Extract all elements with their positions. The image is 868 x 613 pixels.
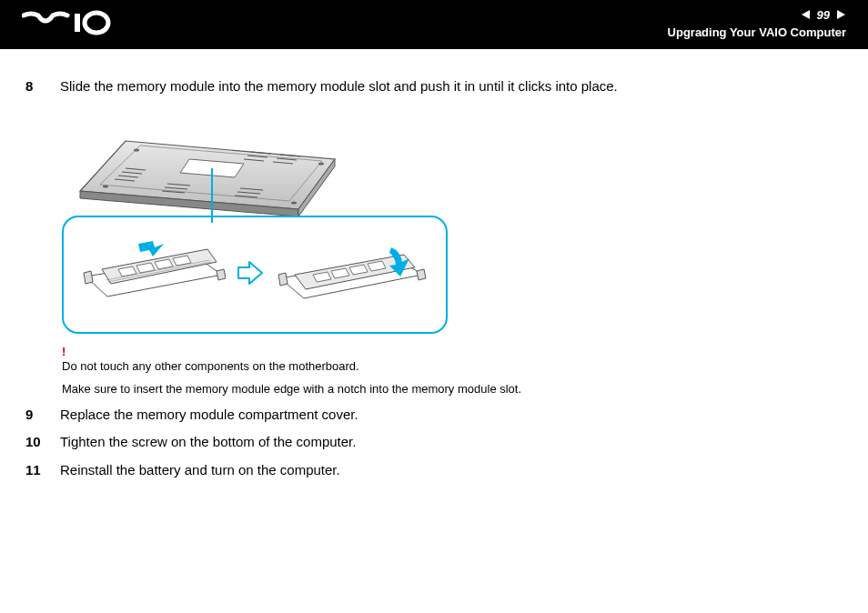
header-right: 99 Upgrading Your VAIO Computer <box>668 8 846 41</box>
svg-marker-2 <box>802 10 810 19</box>
warning-block: ! Do not touch any other components on t… <box>62 345 843 396</box>
step-9: 9 Replace the memory module compartment … <box>25 405 843 426</box>
vaio-logo <box>22 10 122 39</box>
svg-marker-41 <box>238 262 262 284</box>
nav-prev-icon[interactable] <box>801 9 812 23</box>
svg-marker-44 <box>417 269 426 280</box>
step-8-number: 8 <box>25 76 47 97</box>
page-number: 99 <box>817 8 830 24</box>
page-root: 99 Upgrading Your VAIO Computer 8 Slide … <box>0 0 868 613</box>
step-11-number: 11 <box>25 460 47 481</box>
svg-point-1 <box>85 13 108 33</box>
ram-push-illustration <box>275 231 429 317</box>
svg-marker-3 <box>837 10 845 19</box>
step-11-text: Reinstall the battery and turn on the co… <box>60 460 843 481</box>
header-section-title: Upgrading Your VAIO Computer <box>668 25 846 41</box>
nav-next-icon[interactable] <box>835 9 846 23</box>
svg-point-26 <box>291 201 297 204</box>
ram-slide-illustration <box>80 231 226 317</box>
svg-point-25 <box>103 185 108 187</box>
vaio-logo-svg <box>22 10 122 35</box>
svg-marker-32 <box>217 269 226 280</box>
laptop-bottom-illustration <box>62 105 344 223</box>
warning-line-1: Do not touch any other components on the… <box>62 359 843 373</box>
page-nav: 99 <box>668 8 846 24</box>
memory-slot-detail-box <box>62 216 448 334</box>
step-10: 10 Tighten the screw on the bottom of th… <box>25 432 843 453</box>
step-11: 11 Reinstall the battery and turn on the… <box>25 460 843 481</box>
content-area: 8 Slide the memory module into the memor… <box>0 49 868 480</box>
svg-rect-0 <box>75 14 80 32</box>
warning-mark-icon: ! <box>62 345 843 358</box>
warning-line-2: Make sure to insert the memory module ed… <box>62 382 843 396</box>
svg-marker-31 <box>84 271 93 284</box>
step-9-text: Replace the memory module compartment co… <box>60 405 843 426</box>
header-bar: 99 Upgrading Your VAIO Computer <box>0 0 868 49</box>
slide-arrow-icon <box>138 241 164 256</box>
svg-marker-40 <box>138 241 164 256</box>
step-10-text: Tighten the screw on the bottom of the c… <box>60 432 843 453</box>
sequence-arrow-icon <box>237 259 264 289</box>
step-8-text: Slide the memory module into the memory … <box>60 76 843 97</box>
step-10-number: 10 <box>25 432 47 453</box>
step-9-number: 9 <box>25 405 47 426</box>
svg-marker-43 <box>278 273 288 286</box>
svg-point-28 <box>134 148 139 151</box>
step-8: 8 Slide the memory module into the memor… <box>25 76 843 97</box>
svg-point-27 <box>318 162 324 165</box>
figure-block <box>62 105 843 334</box>
